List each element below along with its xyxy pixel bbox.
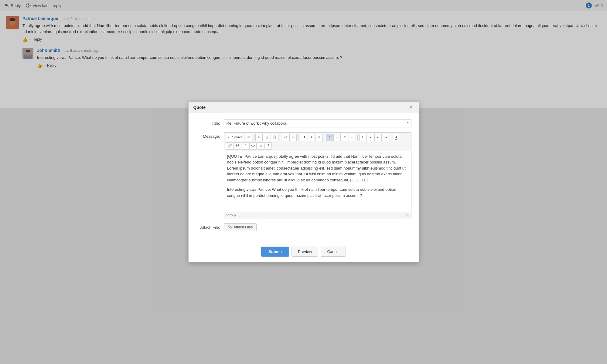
modal-title: Quote: [193, 105, 206, 108]
quote-modal: Quote ✕ Title: * Message:: [188, 102, 419, 108]
modal-overlay: Quote ✕ Title: * Message:: [0, 0, 607, 108]
modal-close-button[interactable]: ✕: [408, 105, 414, 108]
modal-header: Quote ✕: [189, 102, 419, 108]
